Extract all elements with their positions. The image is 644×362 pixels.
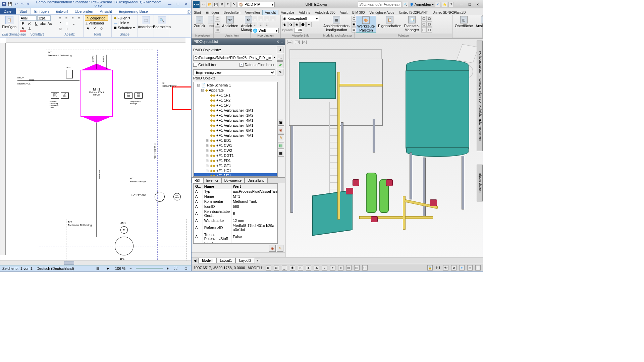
refresh-icon[interactable]: ⟳ bbox=[277, 61, 283, 68]
strike-icon[interactable]: abc bbox=[40, 21, 46, 26]
help-search-input[interactable] bbox=[358, 1, 401, 7]
tree-item[interactable]: ◆◆ +F1 1P3 bbox=[194, 103, 277, 108]
valign-mid-icon[interactable]: = bbox=[64, 21, 70, 26]
ribbon-help-icon[interactable]: ⓘ bbox=[186, 10, 191, 14]
qat-undo-icon[interactable]: ↶ bbox=[14, 2, 18, 6]
pump-symbol[interactable] bbox=[115, 237, 133, 255]
valign-top-icon[interactable]: ⌃ bbox=[57, 21, 63, 26]
atab-apps[interactable]: Verfügbare Apps bbox=[367, 10, 396, 15]
tree-item[interactable]: ⊞ ◆◆ +F1 BD1 bbox=[194, 138, 277, 143]
atab-addins[interactable]: Add-ins bbox=[297, 10, 313, 15]
atab-insert[interactable]: Einfügen bbox=[203, 10, 221, 15]
qat-plot-icon[interactable]: 🖶 bbox=[219, 2, 224, 7]
acad-close-icon[interactable]: ✕ bbox=[474, 2, 481, 7]
tree-item[interactable]: ⊞ ◆◆ +F1 DGT1 bbox=[194, 153, 277, 158]
st-lwt-icon[interactable]: ≡ bbox=[338, 265, 343, 270]
vs3-icon[interactable]: ◉ bbox=[294, 22, 300, 27]
fullscreen-icon[interactable]: ◻ bbox=[183, 266, 189, 271]
property-row[interactable]: AKennbuchstabe GerätB bbox=[194, 209, 278, 218]
line-button[interactable]: —Linie ▾ bbox=[113, 20, 136, 25]
fulltree-checkbox[interactable]: Get full tree bbox=[193, 63, 217, 67]
viewports-button[interactable]: ▦Ansichtsf... bbox=[475, 16, 483, 28]
status-scale[interactable]: 1:1 bbox=[435, 266, 440, 270]
fill-button[interactable]: ◆Füllen ▾ bbox=[113, 15, 136, 20]
maximize-icon[interactable]: ☐ bbox=[174, 1, 181, 7]
tree-item[interactable]: ◆◆ +F1 Verbraucher -5M1 bbox=[194, 123, 277, 128]
tree-btn4-icon[interactable]: ▤ bbox=[277, 142, 284, 149]
tree-item[interactable]: ◆◆ +F1 Verbraucher -1M2 bbox=[194, 113, 277, 118]
side-palette-tools[interactable]: Werkzeugpaletten - AutoCAD Plant 3D - Ro… bbox=[477, 41, 483, 151]
ucs4-icon[interactable]: ⎯ bbox=[270, 16, 275, 21]
status-space[interactable]: MODELL bbox=[248, 266, 263, 270]
fontsize-inc-icon[interactable]: Aa bbox=[47, 21, 53, 26]
visio-canvas-area[interactable]: MT Methanol Delivering MT1 Methanol Tank… bbox=[0, 38, 191, 260]
valign-bot-icon[interactable]: ⌄ bbox=[71, 21, 77, 26]
btab-layout2[interactable]: Layout2 bbox=[235, 258, 255, 263]
st-ducs-icon[interactable]: L bbox=[322, 265, 327, 270]
atab-iso2plant[interactable]: Unitec ISO2PLANT bbox=[396, 10, 430, 15]
tree-item[interactable]: ⊞ ◆◆ +F1 HC1 bbox=[194, 168, 277, 173]
ptab-display[interactable]: Darstellung bbox=[245, 178, 268, 183]
symbol-heat-exchanger[interactable] bbox=[155, 192, 165, 202]
property-grid[interactable]: G... Name Wert ATypaucProcessFluidVassel… bbox=[193, 183, 278, 244]
acad-minimize-icon[interactable]: — bbox=[458, 2, 465, 7]
st-ws-icon[interactable]: ⚙ bbox=[451, 265, 457, 270]
add-layout-icon[interactable]: + bbox=[255, 258, 260, 263]
ucs7-icon[interactable]: L bbox=[264, 22, 269, 27]
inst-tt[interactable]: TT 001 bbox=[124, 93, 132, 99]
tree-item[interactable]: ⊞ ◆◆ +F1 CW1 bbox=[194, 143, 277, 148]
pal2-icon[interactable]: ▢ bbox=[427, 16, 432, 21]
italic-icon[interactable]: K bbox=[26, 21, 33, 26]
offline-checkbox[interactable]: ✓Daten offline holen bbox=[239, 63, 275, 67]
nav-back-button[interactable]: ←Zurück bbox=[193, 16, 206, 28]
shadow-button[interactable]: ◼Schatten ▾ bbox=[113, 25, 136, 30]
ptab-ri[interactable]: R&I bbox=[192, 178, 203, 183]
inst-fic[interactable]: FIC 005 bbox=[173, 193, 181, 200]
vs5-icon[interactable]: ● bbox=[306, 22, 312, 27]
paste-button[interactable]: 📋Einfügen bbox=[2, 15, 17, 29]
tree-item[interactable]: ⊞ ◆◆ +F1 GT1 bbox=[194, 163, 277, 168]
exchange-icon[interactable]: ✕ bbox=[435, 2, 440, 7]
tree-item[interactable]: ◆◆ +F1 1P2 bbox=[194, 98, 277, 103]
browse-icon[interactable]: … bbox=[277, 54, 283, 61]
3d-tank-small[interactable] bbox=[299, 62, 336, 99]
qat-redo-icon[interactable]: ↷ bbox=[20, 2, 24, 6]
atab-vault[interactable]: Vault bbox=[338, 10, 350, 15]
pal5-icon[interactable]: ▢ bbox=[421, 27, 427, 33]
tree-btn1-icon[interactable]: ▣ bbox=[277, 119, 284, 126]
tree-item[interactable]: ◆◆ +F1 Verbraucher -1M1 bbox=[194, 108, 277, 113]
opacity-input[interactable] bbox=[294, 28, 302, 33]
vs2-icon[interactable]: ◑ bbox=[288, 22, 293, 27]
st-snap-icon[interactable]: ⊞ bbox=[274, 265, 279, 270]
ucs6-icon[interactable]: L bbox=[258, 22, 263, 27]
pal3-icon[interactable]: ▢ bbox=[421, 21, 427, 27]
world-combo[interactable]: 🌐 Welt▾ bbox=[252, 28, 279, 33]
panel-close-icon[interactable]: ✕ bbox=[276, 40, 279, 44]
status-page-icon[interactable]: ▦ bbox=[95, 266, 101, 271]
inst-tr[interactable]: TR 001 bbox=[135, 93, 143, 99]
st-grid-icon[interactable]: ▦ bbox=[266, 265, 271, 270]
st-clean-icon[interactable]: ▢ bbox=[475, 265, 481, 270]
st-ortho-icon[interactable]: ⎯ bbox=[282, 265, 287, 270]
atab-bim360[interactable]: BIM 360 bbox=[350, 10, 367, 15]
property-row[interactable]: ATypaucProcessFluidVasselTank bbox=[194, 189, 278, 194]
property-row[interactable]: AIconID560 bbox=[194, 204, 278, 209]
close-icon[interactable]: ✕ bbox=[182, 1, 190, 7]
download-icon[interactable]: ⬇ bbox=[277, 47, 283, 53]
viewcube[interactable] bbox=[457, 44, 479, 63]
tree-item[interactable]: ⊞ ◆◆ +F1 MT1 bbox=[194, 173, 277, 177]
tree-item[interactable]: ◆◆ +F1 Verbraucher -6M1 bbox=[194, 128, 277, 133]
side-palette-props[interactable]: Eigenschaften bbox=[477, 165, 483, 201]
property-row[interactable]: ANameMT1 bbox=[194, 194, 278, 199]
tree-btn2-icon[interactable]: ◉ bbox=[277, 127, 284, 133]
tab-design[interactable]: Entwurf bbox=[52, 8, 71, 14]
tab-file[interactable]: Datei bbox=[0, 8, 16, 14]
ucs3-icon[interactable]: ⎯ bbox=[264, 16, 269, 21]
tool-palettes-button[interactable]: 🎨Werkzeug- Paletten bbox=[356, 16, 376, 33]
zoom-out-icon[interactable]: − bbox=[129, 266, 131, 270]
prop-btn1-icon[interactable]: ◉ bbox=[269, 245, 276, 252]
tab-start[interactable]: Start bbox=[16, 8, 31, 14]
tree-btn5-icon[interactable]: ▦ bbox=[277, 150, 284, 157]
valve-xv001[interactable] bbox=[66, 70, 73, 78]
align-left-icon[interactable]: ≡ bbox=[57, 15, 63, 21]
